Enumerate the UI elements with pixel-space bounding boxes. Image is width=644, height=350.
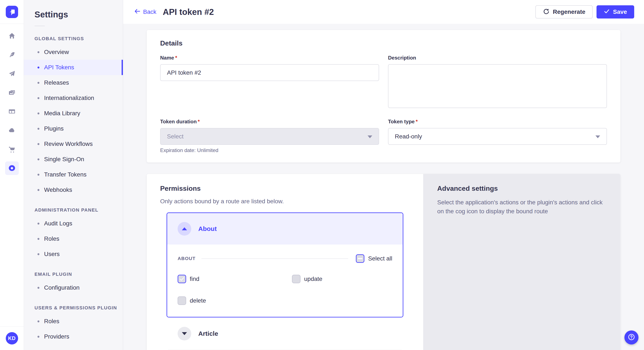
bullet-icon	[38, 143, 40, 145]
sidebar-item-internationalization[interactable]: Internationalization	[24, 90, 123, 106]
strapi-logo-icon[interactable]	[6, 6, 18, 18]
rail-bottom: KD	[0, 326, 24, 350]
chevron-down-icon	[596, 136, 600, 138]
update-label: update	[304, 276, 322, 282]
section-email-plugin: EMAIL PLUGIN	[34, 272, 123, 277]
section-users-permissions-plugin: USERS & PERMISSIONS PLUGIN	[34, 305, 123, 311]
sidebar-item-overview[interactable]: Overview	[24, 44, 123, 60]
sidebar-item-media-library[interactable]: Media Library	[24, 106, 123, 121]
accordion-about-header[interactable]: About	[167, 213, 403, 245]
rail-divider	[0, 326, 24, 327]
cloud-icon[interactable]	[5, 124, 19, 137]
permissions-subtitle: Only actions bound by a route are listed…	[160, 198, 410, 205]
description-textarea[interactable]	[388, 64, 607, 108]
bullet-icon	[38, 287, 40, 289]
help-button[interactable]	[624, 331, 638, 345]
paper-plane-icon[interactable]	[5, 67, 19, 80]
sidebar-item-review-workflows[interactable]: Review Workflows	[24, 136, 123, 152]
expand-toggle-button[interactable]	[178, 327, 191, 341]
content-body: Details Name * Description	[123, 24, 644, 350]
header-actions: Regenerate Save	[536, 5, 634, 18]
name-field-group: Name *	[160, 55, 379, 109]
permissions-card: Permissions Only actions bound by a rout…	[147, 174, 423, 350]
update-checkbox[interactable]	[292, 275, 300, 283]
bullet-icon	[38, 128, 40, 130]
delete-checkbox-item[interactable]: delete	[178, 296, 292, 305]
sidebar-item-single-sign-on[interactable]: Single Sign-On	[24, 152, 123, 167]
about-group-label: ABOUT	[178, 256, 196, 261]
delete-label: delete	[190, 297, 206, 304]
sidebar-item-api-tokens[interactable]: API Tokens	[24, 60, 123, 75]
main-content: Back API token #2 Regenerate Save Detail…	[123, 0, 644, 350]
sidebar-item-up-roles[interactable]: Roles	[24, 314, 123, 329]
required-asterisk: *	[175, 55, 177, 61]
actions-grid: find update delete	[178, 275, 392, 305]
bullet-icon	[38, 97, 40, 99]
find-checkbox-item[interactable]: find	[178, 275, 292, 283]
back-button[interactable]: Back	[134, 8, 156, 16]
accordion-article-header[interactable]: Article	[166, 318, 403, 350]
required-asterisk: *	[198, 119, 200, 125]
about-group-row: ABOUT Select all	[178, 254, 392, 263]
question-mark-icon	[628, 333, 636, 342]
permissions-panel: Permissions Only actions bound by a rout…	[147, 174, 620, 350]
token-duration-select[interactable]: Select	[160, 128, 379, 145]
bullet-icon	[38, 67, 40, 68]
images-icon[interactable]	[5, 86, 19, 99]
sidebar-item-admin-roles[interactable]: Roles	[24, 231, 123, 246]
bullet-icon	[38, 113, 40, 114]
sidebar-item-users[interactable]: Users	[24, 246, 123, 262]
bullet-icon	[38, 321, 40, 322]
bullet-icon	[38, 174, 40, 176]
token-type-select[interactable]: Read-only	[388, 128, 607, 145]
advanced-settings-panel: Advanced settings Select the application…	[423, 174, 620, 350]
chevron-down-icon	[182, 332, 187, 335]
rail-icon-list	[5, 24, 19, 175]
accordion-about-title: About	[198, 225, 217, 232]
regenerate-button[interactable]: Regenerate	[536, 5, 593, 18]
save-button[interactable]: Save	[596, 5, 634, 18]
required-asterisk: *	[416, 119, 418, 125]
bullet-icon	[38, 159, 40, 160]
sidebar-item-providers[interactable]: Providers	[24, 329, 123, 344]
sidebar-item-webhooks[interactable]: Webhooks	[24, 182, 123, 197]
settings-title: Settings	[34, 10, 123, 19]
accordion-article-title: Article	[198, 330, 218, 337]
name-input[interactable]	[160, 64, 379, 81]
bullet-icon	[38, 238, 40, 240]
sidebar-item-plugins[interactable]: Plugins	[24, 121, 123, 136]
accordion-about: About ABOUT Select all	[166, 212, 403, 318]
feather-icon[interactable]	[5, 48, 19, 61]
group-divider	[202, 258, 348, 259]
cart-icon[interactable]	[5, 143, 19, 156]
collapse-toggle-button[interactable]	[178, 222, 191, 236]
description-label: Description	[388, 55, 416, 61]
gear-icon[interactable]	[5, 161, 19, 175]
section-global-settings: GLOBAL SETTINGS	[34, 36, 123, 41]
bullet-icon	[38, 51, 40, 53]
details-heading: Details	[160, 39, 607, 47]
bullet-icon	[38, 82, 40, 84]
advanced-settings-heading: Advanced settings	[437, 184, 603, 192]
select-all-checkbox-item[interactable]: Select all	[356, 254, 392, 263]
layout-icon[interactable]	[5, 105, 19, 118]
find-label: find	[190, 276, 199, 282]
arrow-left-icon	[134, 8, 140, 16]
sidebar-item-configuration[interactable]: Configuration	[24, 280, 123, 295]
sidebar-item-releases[interactable]: Releases	[24, 75, 123, 90]
home-icon[interactable]	[5, 29, 19, 42]
select-all-checkbox[interactable]	[356, 254, 364, 263]
update-checkbox-item[interactable]: update	[292, 275, 392, 283]
logo-container	[0, 0, 24, 24]
description-field-group: Description	[388, 55, 607, 109]
find-checkbox[interactable]	[178, 275, 186, 283]
token-type-label: Token type	[388, 119, 415, 125]
avatar[interactable]: KD	[6, 332, 18, 345]
settings-sidebar: Settings GLOBAL SETTINGS Overview API To…	[24, 0, 123, 350]
sidebar-item-transfer-tokens[interactable]: Transfer Tokens	[24, 167, 123, 182]
delete-checkbox[interactable]	[178, 296, 186, 305]
name-label: Name	[160, 55, 174, 61]
bullet-icon	[38, 189, 40, 191]
settings-title-divider	[34, 26, 45, 26]
sidebar-item-audit-logs[interactable]: Audit Logs	[24, 216, 123, 231]
